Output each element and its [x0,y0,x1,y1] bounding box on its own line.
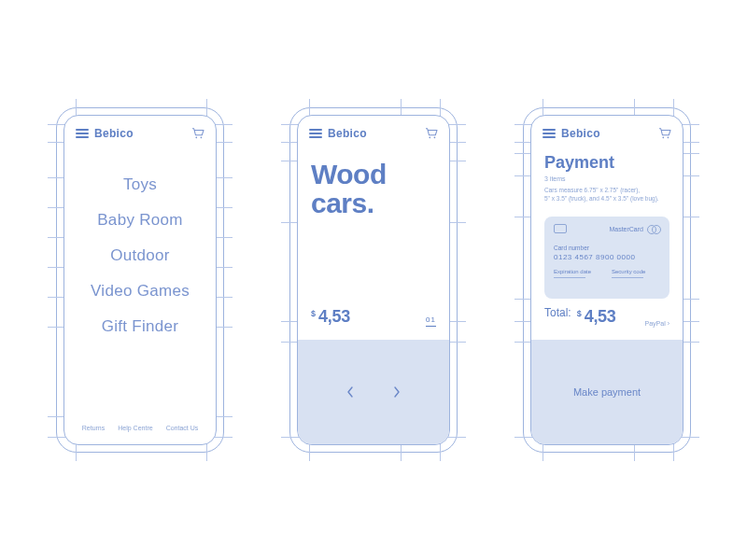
footer-link-returns[interactable]: Returns [82,425,106,431]
category-item[interactable]: Video Games [91,282,190,301]
category-item[interactable]: Outdoor [110,246,170,265]
payment-title: Payment [544,153,614,173]
price-amount: 4,53 [318,307,350,327]
total-label: Total: [544,306,571,319]
expiration-label: Expiration date [554,269,591,274]
card-number-label: Card number [554,245,660,251]
page-indicator[interactable]: 01 [426,315,436,327]
card-chip-icon [554,224,567,233]
carousel-pane [298,340,449,444]
svg-point-0 [195,136,197,138]
payment-total: Total: $ 4,53 [544,306,616,327]
product-price: $ 4,53 [311,307,350,327]
chevron-left-icon[interactable] [345,385,355,399]
svg-point-1 [201,136,203,138]
cart-icon[interactable] [425,128,438,139]
brand-logo[interactable]: Bebico [328,127,367,140]
category-item[interactable]: Baby Room [97,211,183,230]
hamburger-icon[interactable] [543,129,556,138]
screen-payment: Bebico Payment 3 items Cars measure 6.75… [530,115,684,445]
mastercard-icon [647,225,660,232]
payment-item-count: 3 items [544,175,566,182]
headline-line1: Wood [311,161,436,189]
svg-point-2 [429,136,430,138]
svg-point-4 [662,136,664,138]
brand-logo[interactable]: Bebico [94,127,134,140]
total-amount: 4,53 [585,307,616,327]
category-item[interactable]: Toys [123,175,157,194]
headline-line2: cars. [311,189,436,218]
currency-symbol: $ [577,309,582,318]
phone-frame-product: Bebico Wood cars. $ 4,53 01 [289,107,458,453]
card-number-field[interactable]: 0123 4567 8900 0000 [554,253,660,261]
cart-icon[interactable] [658,128,671,139]
card-brand: MasterCard [609,225,660,232]
cvv-field[interactable] [612,277,643,278]
product-headline: Wood cars. [311,161,436,217]
credit-card[interactable]: MasterCard Card number 0123 4567 8900 00… [544,217,669,299]
footer-link-help[interactable]: Help Centre [118,425,152,431]
expiration-field[interactable] [554,277,585,278]
payment-description: Cars measure 6.75" x 2.75" (racer), 5" x… [544,187,669,203]
category-list: Toys Baby Room Outdoor Video Games Gift … [64,172,216,399]
hamburger-icon[interactable] [309,129,322,138]
svg-point-5 [668,136,669,138]
cvv-label: Security code [612,269,645,274]
chevron-right-icon[interactable] [392,385,402,399]
svg-point-3 [434,136,436,138]
screen-categories: Bebico Toys Baby Room Outdoor Video Game… [63,115,217,445]
footer-link-contact[interactable]: Contact Us [166,425,199,431]
brand-logo[interactable]: Bebico [561,127,600,140]
screen-product: Bebico Wood cars. $ 4,53 01 [297,115,450,445]
phone-frame-categories: Bebico Toys Baby Room Outdoor Video Game… [56,107,224,453]
make-payment-button[interactable]: Make payment [531,340,683,444]
phone-frame-payment: Bebico Payment 3 items Cars measure 6.75… [523,107,691,453]
category-item[interactable]: Gift Finder [102,317,179,336]
paypal-link[interactable]: PayPal › [645,320,669,327]
footer-links: Returns Help Centre Contact Us [64,425,216,431]
currency-symbol: $ [311,309,316,318]
hamburger-icon[interactable] [76,129,89,138]
cart-icon[interactable] [191,128,204,139]
